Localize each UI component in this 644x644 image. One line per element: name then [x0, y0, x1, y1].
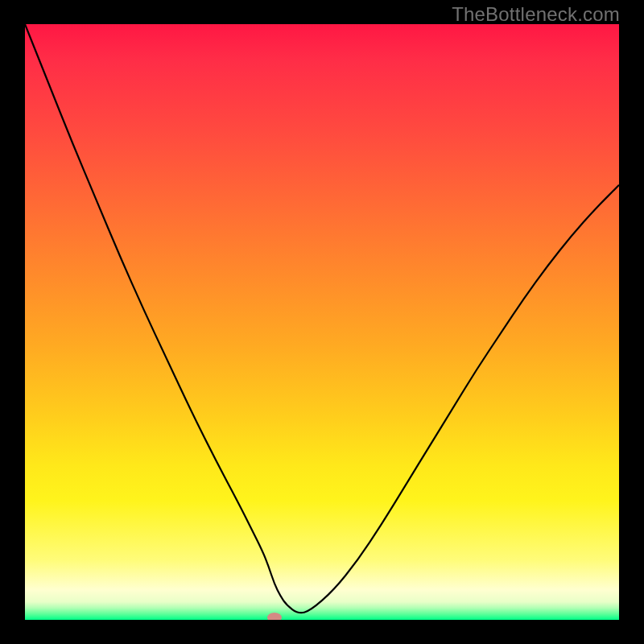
plot-area	[25, 24, 619, 620]
minimum-indicator	[267, 613, 282, 620]
chart-frame: TheBottleneck.com	[0, 0, 644, 644]
bottleneck-curve	[25, 24, 619, 613]
site-watermark: TheBottleneck.com	[452, 3, 620, 26]
curve-layer	[25, 24, 619, 620]
